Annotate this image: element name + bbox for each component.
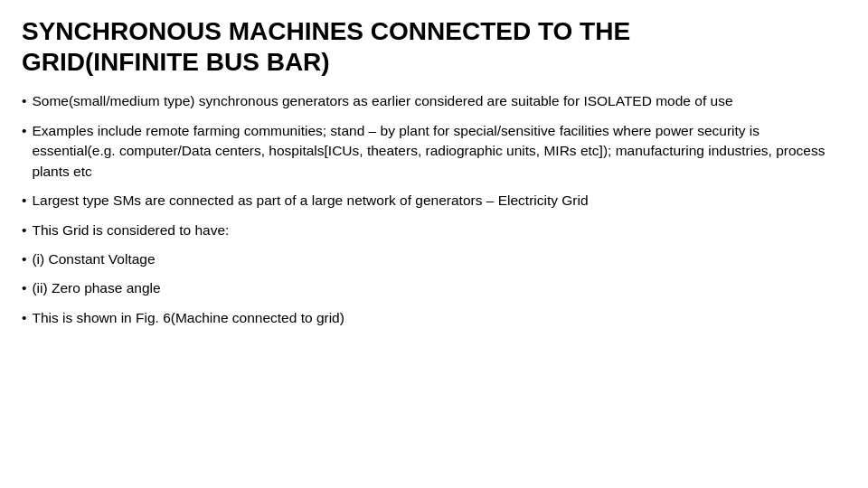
list-item: • This is shown in Fig. 6(Machine connec… [22, 308, 846, 328]
bullet-text-2: Examples include remote farming communit… [32, 121, 846, 182]
list-item: • (ii) Zero phase angle [22, 278, 846, 298]
bullet-symbol-1: • [22, 91, 26, 111]
bullet-text-1: Some(small/medium type) synchronous gene… [32, 91, 846, 111]
bullet-text-5: (i) Constant Voltage [32, 249, 846, 269]
bullet-symbol-7: • [22, 308, 26, 328]
bullet-symbol-5: • [22, 249, 26, 269]
bullet-text-6: (ii) Zero phase angle [32, 278, 846, 298]
bullet-symbol-2: • [22, 121, 26, 141]
bullet-list: • Some(small/medium type) synchronous ge… [22, 91, 846, 337]
bullet-symbol-3: • [22, 191, 26, 211]
list-item: • This Grid is considered to have: [22, 221, 846, 240]
list-item: • Examples include remote farming commun… [22, 121, 846, 182]
title-line1: SYNCHRONOUS MACHINES CONNECTED TO THE [22, 17, 630, 45]
bullet-symbol-6: • [22, 278, 26, 298]
page-title: SYNCHRONOUS MACHINES CONNECTED TO THE GR… [22, 16, 846, 77]
bullet-text-4: This Grid is considered to have: [32, 221, 846, 240]
list-item: • (i) Constant Voltage [22, 249, 846, 269]
bullet-text-7: This is shown in Fig. 6(Machine connecte… [32, 308, 846, 328]
page-container: SYNCHRONOUS MACHINES CONNECTED TO THE GR… [0, 0, 868, 488]
title-line2: GRID(INFINITE BUS BAR) [22, 48, 330, 76]
bullet-symbol-4: • [22, 221, 26, 240]
list-item: • Largest type SMs are connected as part… [22, 191, 846, 211]
bullet-text-3: Largest type SMs are connected as part o… [32, 191, 846, 211]
list-item: • Some(small/medium type) synchronous ge… [22, 91, 846, 111]
